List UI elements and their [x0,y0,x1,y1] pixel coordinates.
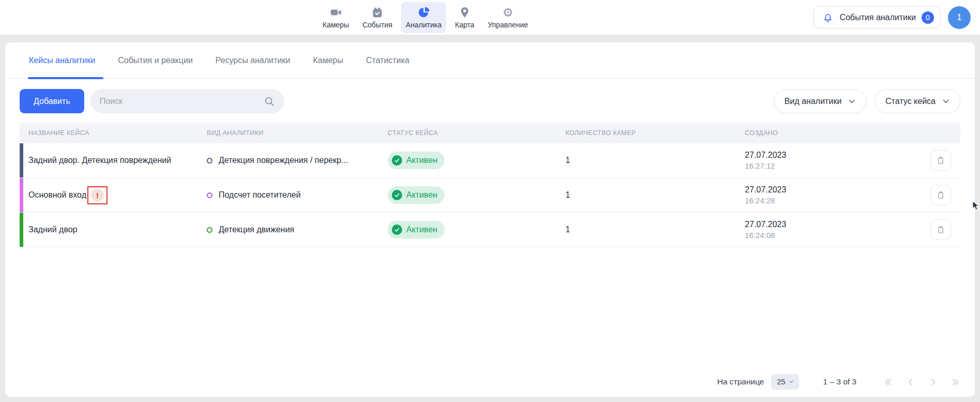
chevron-down-icon [941,97,951,106]
nav-item-cameras[interactable]: Камеры [318,2,354,33]
check-icon [392,225,402,235]
cases-table: НАЗВАНИЕ КЕЙСА ВИД АНАЛИТИКИ СТАТУС КЕЙС… [20,123,960,247]
search-icon [264,96,275,107]
case-name: Основной вход [28,190,86,200]
tab-statistics[interactable]: Статистика [366,42,409,78]
nav-item-events[interactable]: События [358,2,397,33]
warning-icon: ! [91,189,104,202]
filter-case-status[interactable]: Статус кейса [875,89,960,113]
analytics-type-dot [207,192,212,198]
main-nav: Камеры События Аналитика [318,0,533,35]
delete-case-button[interactable] [930,219,951,240]
tab-analytics-cases[interactable]: Кейсы аналитики [29,42,95,78]
first-page-button[interactable] [883,378,892,386]
analytics-events-label: События аналитики [839,13,916,22]
table-row[interactable]: Основной вход ! Подсчет посетителей Акти… [20,178,960,213]
camera-count: 1 [557,190,736,200]
per-page-label: На странице [717,377,764,386]
cases-toolbar: Добавить Вид аналитики Статус кейса [20,89,960,113]
analytics-events-button[interactable]: События аналитики 0 [813,6,941,28]
pager-controls [883,378,960,386]
tab-analytics-resources[interactable]: Ресурсы аналитики [216,42,290,78]
table-row[interactable]: Задний двор Детекция движения Активен 1 … [20,213,960,247]
analytics-tabs: Кейсы аналитики События и реакции Ресурс… [5,42,975,79]
per-page-select[interactable]: 25 [771,374,799,390]
nav-label-analytics: Аналитика [406,21,441,29]
column-header-analytics-type: ВИД АНАЛИТИКИ [198,129,379,137]
add-case-button[interactable]: Добавить [20,89,84,113]
mouse-cursor [972,201,980,211]
row-accent-bar [20,178,23,212]
analytics-type-label: Детекция движения [219,225,294,234]
analytics-type-dot [207,158,212,163]
row-accent-bar [20,213,23,247]
tab-cameras[interactable]: Камеры [313,42,343,78]
page-range-label: 1 – 3 of 3 [823,377,856,386]
search-box[interactable] [90,89,284,113]
status-badge: Активен [388,186,445,204]
pie-chart-icon [418,6,430,19]
filter-analytics-type[interactable]: Вид аналитики [774,89,867,113]
column-header-case-name: НАЗВАНИЕ КЕЙСА [20,129,198,137]
filter-analytics-type-label: Вид аналитики [785,97,842,106]
table-header: НАЗВАНИЕ КЕЙСА ВИД АНАЛИТИКИ СТАТУС КЕЙС… [20,123,960,143]
created-cell: 27.07.2023 16:27:12 [736,151,918,170]
created-date: 27.07.2023 [745,220,918,229]
events-count-badge: 0 [922,11,934,24]
warning-highlight-box: ! [87,186,108,204]
nav-item-analytics[interactable]: Аналитика [401,2,446,33]
chevron-down-icon [847,97,856,106]
nav-label-management: Управление [488,21,528,29]
last-page-button[interactable] [952,378,960,386]
topbar-right: События аналитики 0 1 [813,0,971,35]
search-input[interactable] [100,97,264,106]
created-date: 27.07.2023 [745,151,918,160]
camera-count: 1 [557,156,736,165]
column-header-created: СОЗДАНО [736,129,918,137]
next-page-button[interactable] [929,378,938,386]
topbar: Камеры События Аналитика [0,0,980,35]
nav-label-cameras: Камеры [323,21,349,29]
created-cell: 27.07.2023 16:24:28 [736,185,918,205]
nav-label-events: События [362,21,392,29]
check-icon [392,155,402,166]
case-name: Задний двор [28,225,78,234]
analytics-type-label: Детекция повреждения / перекр... [219,156,348,165]
row-accent-bar [20,143,23,177]
analytics-type-label: Подсчет посетителей [219,190,301,200]
pagination-bar: На странице 25 1 – 3 of 3 [717,374,960,390]
calendar-check-icon [371,6,384,19]
bell-icon [822,11,834,23]
status-badge: Активен [388,152,445,169]
user-avatar[interactable]: 1 [948,6,971,29]
delete-case-button[interactable] [930,185,951,205]
created-cell: 27.07.2023 16:24:08 [736,220,918,240]
case-name: Задний двор. Детекция повреждений [28,156,171,165]
delete-case-button[interactable] [930,150,951,171]
camera-icon [330,6,342,19]
created-time: 16:24:08 [745,231,918,240]
column-header-case-status: СТАТУС КЕЙСА [379,129,557,137]
nav-item-management[interactable]: ⚙ Управление [483,2,533,33]
tab-events-reactions[interactable]: События и реакции [118,42,193,78]
check-icon [392,190,402,200]
nav-item-map[interactable]: Карта [450,2,479,33]
filter-case-status-label: Статус кейса [885,97,936,106]
column-header-camera-count: КОЛИЧЕСТВО КАМЕР [557,129,736,137]
status-badge: Активен [388,221,445,239]
analytics-page-card: Кейсы аналитики События и реакции Ресурс… [5,42,975,397]
chevron-down-icon [788,379,794,385]
created-date: 27.07.2023 [745,185,918,195]
analytics-type-dot [207,227,212,233]
map-pin-icon [458,6,471,19]
created-time: 16:24:28 [745,196,918,205]
created-time: 16:27:12 [745,161,918,170]
previous-page-button[interactable] [906,378,915,386]
nav-label-map: Карта [455,21,474,29]
table-row[interactable]: Задний двор. Детекция повреждений Детекц… [20,143,960,178]
camera-count: 1 [557,225,736,234]
gear-icon: ⚙ [502,6,513,19]
